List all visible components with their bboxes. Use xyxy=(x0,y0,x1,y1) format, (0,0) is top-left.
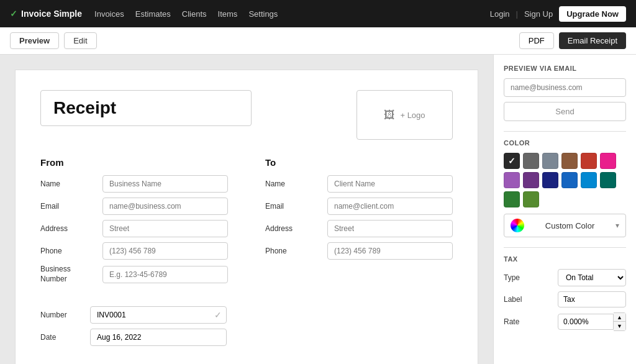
nav-settings[interactable]: Settings xyxy=(248,9,278,19)
color-swatch-6[interactable] xyxy=(504,172,520,188)
to-name-input[interactable] xyxy=(327,175,453,193)
receipt-title-input[interactable] xyxy=(53,98,238,118)
custom-color-label: Custom Color xyxy=(545,221,594,230)
date-input-wrap xyxy=(90,329,227,346)
nav-estimates[interactable]: Estimates xyxy=(135,9,171,19)
from-email-row: Email xyxy=(40,198,228,215)
brand-name: Invoice Simple xyxy=(21,9,82,19)
color-swatch-9[interactable] xyxy=(561,172,578,188)
color-swatch-0[interactable] xyxy=(504,153,520,169)
color-wheel-icon xyxy=(511,219,524,232)
to-name-label: Name xyxy=(265,180,321,188)
brand: ✓ Invoice Simple xyxy=(10,9,82,19)
number-date-section: Number ✓ Date xyxy=(40,306,453,346)
email-receipt-button[interactable]: Email Receipt xyxy=(559,32,626,49)
preview-email-section: PREVIEW VIA EMAIL Send xyxy=(504,65,626,121)
brand-check-icon: ✓ xyxy=(10,9,17,19)
tax-type-label: Type xyxy=(504,273,520,282)
color-section: COLOR Custom Color ▾ xyxy=(504,131,626,237)
from-section: From Name Email Address Phone xyxy=(40,157,228,289)
to-email-row: Email xyxy=(265,198,453,215)
number-input-wrap: ✓ xyxy=(90,306,227,324)
rate-input[interactable] xyxy=(558,314,614,330)
to-section: To Name Email Address Phone xyxy=(265,157,453,289)
tax-label-input[interactable] xyxy=(558,291,626,307)
color-swatch-13[interactable] xyxy=(523,191,539,207)
from-email-input[interactable] xyxy=(102,198,228,215)
tax-rate-label: Rate xyxy=(504,317,519,326)
nav-invoices[interactable]: Invoices xyxy=(94,9,124,19)
main-layout: 🖼 + Logo From Name Email xyxy=(0,55,636,364)
toolbar: Preview Edit PDF Email Receipt xyxy=(0,27,636,55)
color-swatch-7[interactable] xyxy=(523,172,539,188)
signup-link[interactable]: Sign Up xyxy=(524,9,553,19)
from-email-label: Email xyxy=(40,202,96,211)
custom-color-button[interactable]: Custom Color ▾ xyxy=(504,214,626,237)
verified-icon: ✓ xyxy=(214,310,222,320)
tax-section: TAX Type On TotalOn SubtotalDeducted Lab… xyxy=(504,247,626,331)
toolbar-right: PDF Email Receipt xyxy=(519,32,626,49)
send-button[interactable]: Send xyxy=(504,102,626,121)
date-row: Date xyxy=(40,329,453,346)
tax-rate-row: Rate ▲ ▼ xyxy=(504,312,626,331)
invoice-card: 🖼 + Logo From Name Email xyxy=(15,70,478,364)
preview-email-input[interactable] xyxy=(504,78,626,97)
date-input[interactable] xyxy=(90,329,227,346)
number-label: Number xyxy=(40,311,84,319)
sidebar: PREVIEW VIA EMAIL Send COLOR Custom Colo… xyxy=(493,55,636,364)
nav-links: Invoices Estimates Clients Items Setting… xyxy=(94,9,278,19)
color-swatch-10[interactable] xyxy=(581,172,597,188)
color-swatch-5[interactable] xyxy=(600,153,616,169)
date-label: Date xyxy=(40,333,84,342)
rate-wrap: ▲ ▼ xyxy=(558,312,626,331)
nav-items[interactable]: Items xyxy=(218,9,238,19)
color-section-title: COLOR xyxy=(504,131,626,147)
rate-decrement-button[interactable]: ▼ xyxy=(614,322,625,330)
upgrade-button[interactable]: Upgrade Now xyxy=(559,6,626,22)
from-name-input[interactable] xyxy=(102,175,228,193)
chevron-down-icon: ▾ xyxy=(616,221,619,230)
to-address-input[interactable] xyxy=(327,220,453,237)
logo-label: + Logo xyxy=(400,111,425,120)
preview-button[interactable]: Preview xyxy=(10,32,59,49)
color-swatch-11[interactable] xyxy=(600,172,616,188)
from-to-section: From Name Email Address Phone xyxy=(40,157,453,289)
from-address-input[interactable] xyxy=(102,220,228,237)
number-row: Number ✓ xyxy=(40,306,453,324)
login-link[interactable]: Login xyxy=(490,9,510,19)
to-title: To xyxy=(265,157,453,168)
to-phone-input[interactable] xyxy=(327,242,453,260)
to-email-label: Email xyxy=(265,202,321,211)
from-address-row: Address xyxy=(40,220,228,237)
number-input[interactable] xyxy=(90,306,227,324)
color-grid xyxy=(504,153,626,207)
color-swatch-4[interactable] xyxy=(581,153,597,169)
rate-stepper: ▲ ▼ xyxy=(614,312,626,331)
from-name-label: Name xyxy=(40,180,96,188)
from-business-row: BusinessNumber xyxy=(40,265,228,284)
color-swatch-8[interactable] xyxy=(542,172,558,188)
navbar: ✓ Invoice Simple Invoices Estimates Clie… xyxy=(0,0,636,27)
color-swatch-12[interactable] xyxy=(504,191,520,207)
nav-clients[interactable]: Clients xyxy=(182,9,207,19)
edit-button[interactable]: Edit xyxy=(64,32,96,49)
from-business-input[interactable] xyxy=(102,266,228,283)
from-phone-label: Phone xyxy=(40,247,96,255)
tax-label-label: Label xyxy=(504,295,522,304)
color-swatch-1[interactable] xyxy=(523,153,539,169)
from-phone-input[interactable] xyxy=(102,242,228,260)
from-business-label: BusinessNumber xyxy=(40,265,96,284)
tax-label-row: Label xyxy=(504,291,626,307)
logo-upload-box[interactable]: 🖼 + Logo xyxy=(357,90,453,140)
logo-icon: 🖼 xyxy=(384,109,395,122)
to-email-input[interactable] xyxy=(327,198,453,215)
rate-increment-button[interactable]: ▲ xyxy=(614,313,625,322)
receipt-title-box xyxy=(40,90,252,126)
to-phone-row: Phone xyxy=(265,242,453,260)
color-swatch-3[interactable] xyxy=(561,153,578,169)
from-name-row: Name xyxy=(40,175,228,193)
color-swatch-2[interactable] xyxy=(542,153,558,169)
content-area: 🖼 + Logo From Name Email xyxy=(0,55,493,364)
tax-type-select[interactable]: On TotalOn SubtotalDeducted xyxy=(558,269,626,286)
pdf-button[interactable]: PDF xyxy=(519,32,554,49)
